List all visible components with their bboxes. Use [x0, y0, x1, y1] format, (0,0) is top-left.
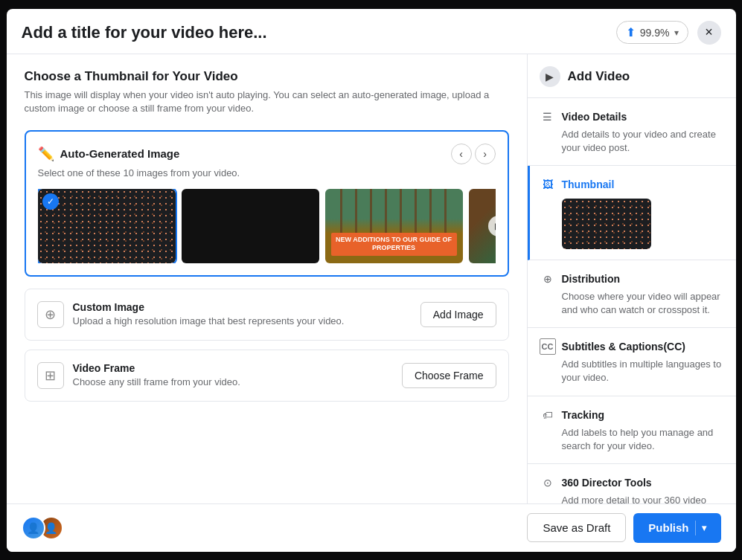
- main-modal: Add a title for your video here... ⬆ 99.…: [7, 9, 736, 552]
- modal-header: Add a title for your video here... ⬆ 99.…: [7, 9, 736, 54]
- 360-tools-header: ⊙ 360 Director Tools: [540, 474, 724, 491]
- publish-divider: [695, 521, 696, 535]
- thumb-checkmark: ✓: [42, 193, 59, 210]
- right-panel: ▶ Add Video ☰ Video Details Add details …: [528, 54, 736, 503]
- thumbnail-image-3[interactable]: NEW ADDITIONS TO OUR GUIDE OF PROPERTIES: [325, 189, 463, 263]
- tracking-title: Tracking: [562, 409, 605, 421]
- save-draft-button[interactable]: Save as Draft: [527, 513, 626, 542]
- video-frame-icon: ⊞: [37, 362, 64, 389]
- sidebar-item-video-details[interactable]: ☰ Video Details Add details to your vide…: [528, 98, 736, 166]
- footer-avatars: 👤 👤: [22, 516, 63, 540]
- video-frame-text: Video Frame Choose any still frame from …: [73, 362, 240, 387]
- custom-image-left: ⊕ Custom Image Upload a high resolution …: [37, 301, 345, 328]
- distribution-header: ⊕ Distribution: [540, 271, 724, 287]
- thumbnail-preview: [562, 199, 651, 249]
- 360-tools-title: 360 Director Tools: [562, 477, 652, 489]
- modal-title: Add a title for your video here...: [22, 23, 267, 42]
- left-panel: Choose a Thumbnail for Your Video This i…: [7, 54, 528, 503]
- video-details-header: ☰ Video Details: [540, 109, 724, 125]
- sidebar-item-distribution[interactable]: ⊕ Distribution Choose where your video w…: [528, 260, 736, 328]
- video-details-title: Video Details: [562, 111, 627, 123]
- right-panel-header: ▶ Add Video: [528, 54, 736, 98]
- sidebar-item-subtitles[interactable]: CC Subtitles & Captions(CC) Add subtitle…: [528, 328, 736, 396]
- modal-body: Choose a Thumbnail for Your Video This i…: [7, 54, 736, 503]
- distribution-icon: ⊕: [540, 271, 556, 287]
- publish-chevron: ▾: [702, 523, 706, 533]
- fence-line: [370, 189, 372, 234]
- choose-frame-button[interactable]: Choose Frame: [402, 363, 496, 388]
- fence-line: [429, 189, 432, 234]
- 360-tools-icon: ⊙: [540, 474, 556, 491]
- 360-tools-desc: Add more detail to your 360 video with g…: [540, 494, 724, 503]
- header-right: ⬆ 99.9% ▾ ×: [616, 21, 721, 45]
- distribution-title: Distribution: [562, 273, 621, 285]
- video-details-desc: Add details to your video and create you…: [540, 128, 724, 155]
- subtitles-title: Subtitles & Captions(CC): [562, 341, 685, 353]
- sidebar-item-360-tools[interactable]: ⊙ 360 Director Tools Add more detail to …: [528, 464, 736, 503]
- custom-image-box: ⊕ Custom Image Upload a high resolution …: [25, 289, 509, 341]
- sidebar-item-thumbnail[interactable]: 🖼 Thumbnail: [528, 166, 736, 260]
- auto-generated-title: Auto-Generated Image: [60, 147, 180, 160]
- fence-line: [444, 189, 447, 234]
- next-arrow-button[interactable]: ›: [475, 144, 496, 164]
- thumbnail-image-4[interactable]: ▶: [469, 189, 496, 263]
- play-icon: ▶: [540, 66, 560, 87]
- tracking-icon: 🏷: [540, 407, 556, 423]
- upload-badge[interactable]: ⬆ 99.9% ▾: [616, 21, 688, 44]
- add-image-button[interactable]: Add Image: [420, 302, 496, 327]
- avatar-1: 👤: [22, 516, 45, 540]
- modal-overlay: Add a title for your video here... ⬆ 99.…: [0, 0, 742, 560]
- fence-line: [415, 189, 417, 234]
- thumbnail-header: 🖼 Thumbnail: [540, 176, 724, 193]
- auto-icon: ✏️: [38, 146, 54, 162]
- upload-icon: ⬆: [626, 25, 636, 39]
- thumbnail-box-header: ✏️ Auto-Generated Image ‹ ›: [38, 144, 496, 164]
- prev-arrow-button[interactable]: ‹: [451, 144, 472, 164]
- distribution-desc: Choose where your video will appear and …: [540, 290, 724, 317]
- section-title: Choose a Thumbnail for Your Video: [25, 69, 509, 84]
- thumbnail-title-row: ✏️ Auto-Generated Image: [38, 146, 180, 162]
- thumbnail-images: ✓: [38, 189, 496, 263]
- subtitles-header: CC Subtitles & Captions(CC): [540, 338, 724, 355]
- nav-arrows: ‹ ›: [451, 144, 496, 164]
- subtitles-desc: Add subtitles in multiple languages to y…: [540, 358, 724, 384]
- auto-subtitle: Select one of these 10 images from your …: [38, 167, 496, 178]
- video-details-icon: ☰: [540, 109, 556, 125]
- thumbnail-image-2[interactable]: [182, 189, 319, 263]
- thumb-3-text: NEW ADDITIONS TO OUR GUIDE OF PROPERTIES: [331, 233, 457, 256]
- fence-line: [385, 189, 387, 234]
- chevron-down-icon: ▾: [674, 28, 679, 38]
- subtitles-icon: CC: [540, 338, 556, 355]
- video-frame-title: Video Frame: [73, 362, 240, 374]
- section-desc: This image will display when your video …: [25, 88, 509, 115]
- publish-button[interactable]: Publish ▾: [633, 513, 720, 543]
- tracking-header: 🏷 Tracking: [540, 407, 724, 423]
- thumbnail-title: Thumbnail: [562, 178, 615, 190]
- video-frame-desc: Choose any still frame from your video.: [73, 376, 240, 387]
- auto-generated-box: ✏️ Auto-Generated Image ‹ › Select one o…: [25, 130, 509, 277]
- video-frame-left: ⊞ Video Frame Choose any still frame fro…: [37, 362, 240, 389]
- thumb-arrow-icon: ▶: [488, 216, 496, 236]
- video-frame-box: ⊞ Video Frame Choose any still frame fro…: [25, 350, 509, 402]
- fence-line: [355, 189, 357, 234]
- custom-image-text: Custom Image Upload a high resolution im…: [73, 301, 345, 326]
- publish-label: Publish: [648, 521, 688, 534]
- sidebar-item-tracking[interactable]: 🏷 Tracking Add labels to help you manage…: [528, 396, 736, 464]
- custom-image-title: Custom Image: [73, 301, 345, 313]
- modal-footer: 👤 👤 Save as Draft Publish ▾: [7, 503, 736, 552]
- thumbnail-icon: 🖼: [540, 176, 556, 193]
- right-header-title: Add Video: [568, 69, 630, 84]
- fence-line: [340, 189, 342, 234]
- custom-image-icon: ⊕: [37, 301, 64, 328]
- footer-actions: Save as Draft Publish ▾: [527, 513, 720, 543]
- custom-image-desc: Upload a high resolution image that best…: [73, 315, 345, 326]
- thumbnail-image-1[interactable]: ✓: [38, 189, 176, 263]
- close-button[interactable]: ×: [697, 21, 721, 45]
- upload-percent: 99.9%: [640, 27, 670, 39]
- tracking-desc: Add labels to help you manage and search…: [540, 426, 724, 453]
- fence-line: [400, 189, 402, 234]
